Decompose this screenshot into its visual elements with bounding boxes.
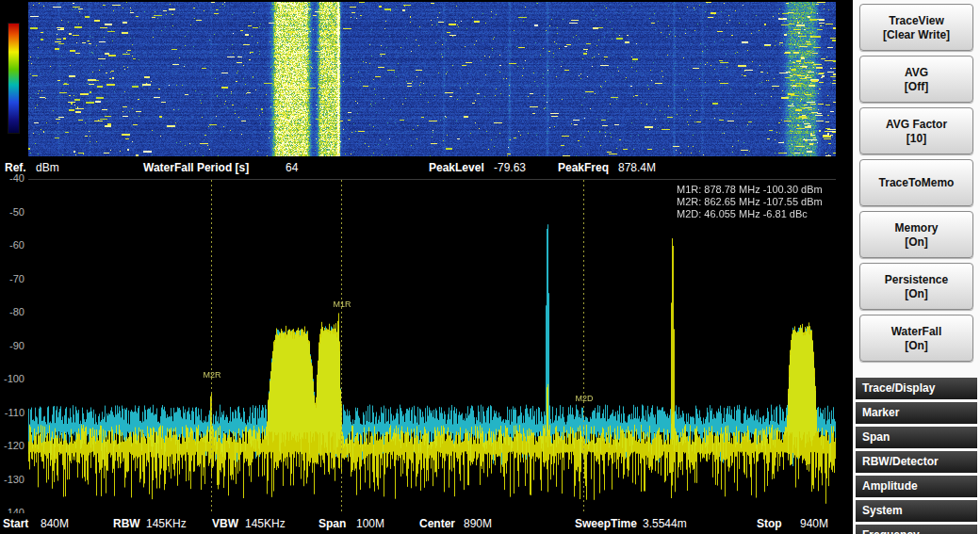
avg-button[interactable]: AVG [Off] xyxy=(859,56,973,103)
button-label: TraceToMemo xyxy=(879,176,955,189)
y-axis-tick: -70 xyxy=(0,273,24,284)
avg-factor-button[interactable]: AVG Factor [10] xyxy=(859,107,973,154)
button-sublabel: [On] xyxy=(905,287,928,300)
y-axis-tick: -100 xyxy=(0,373,24,384)
memory-button[interactable]: Memory [On] xyxy=(859,211,973,258)
peak-freq-value: 878.4M xyxy=(618,161,656,174)
marker-readout-line: M2D: 46.055 MHz -6.81 dBc xyxy=(677,208,823,220)
center-value: 890M xyxy=(464,517,492,530)
button-label: Memory xyxy=(894,221,938,235)
y-axis-tick: -110 xyxy=(0,407,24,418)
button-sublabel: [Clear Write] xyxy=(883,28,950,41)
trace-to-memo-button[interactable]: TraceToMemo xyxy=(859,159,973,206)
marker-readout-line: M1R: 878.78 MHz -100.30 dBm xyxy=(677,184,823,196)
sidebar-menu: TraceView [Clear Write] AVG [Off] AVG Fa… xyxy=(853,0,980,534)
spectrum-display xyxy=(28,179,836,515)
stop-value: 940M xyxy=(800,517,828,530)
y-axis-tick: -120 xyxy=(0,440,24,451)
vbw-label: VBW xyxy=(212,517,238,530)
menu-marker[interactable]: Marker xyxy=(856,402,977,424)
marker-readout: M1R: 878.78 MHz -100.30 dBm M2R: 862.65 … xyxy=(677,184,823,220)
peak-freq-label: PeakFreq xyxy=(558,161,609,174)
button-sublabel: [10] xyxy=(906,132,926,145)
y-axis-tick: -40 xyxy=(0,172,24,184)
menu-rbw-detector[interactable]: RBW/Detector xyxy=(856,451,977,473)
spectrum-analyzer-app: Ref. dBm WaterFall Period [s] 64 PeakLev… xyxy=(0,0,980,534)
stop-label: Stop xyxy=(757,517,782,530)
waterfall-period-label: WaterFall Period [s] xyxy=(143,161,249,174)
status-bar-bottom: Start 840M RBW 145KHz VBW 145KHz Span 10… xyxy=(0,513,836,534)
y-axis-tick: -80 xyxy=(0,306,24,317)
waterfall-period-value: 64 xyxy=(286,161,298,174)
sweeptime-label: SweepTime xyxy=(575,517,637,530)
button-label: AVG xyxy=(905,66,928,79)
menu-amplitude[interactable]: Amplitude xyxy=(856,476,977,497)
rbw-label: RBW xyxy=(113,517,140,530)
menu-frequency-partial[interactable]: Frequency xyxy=(856,525,977,534)
waterfall-color-scale xyxy=(8,23,20,134)
center-label: Center xyxy=(419,517,455,530)
y-axis-tick: -90 xyxy=(0,340,24,351)
y-axis-tick: -50 xyxy=(0,206,24,218)
button-sublabel: [Off] xyxy=(905,80,928,93)
traceview-button[interactable]: TraceView [Clear Write] xyxy=(859,4,973,51)
vbw-value: 145KHz xyxy=(245,517,286,530)
ref-unit: dBm xyxy=(36,161,59,174)
span-value: 100M xyxy=(356,517,384,530)
start-label: Start xyxy=(3,517,28,530)
start-value: 840M xyxy=(41,517,69,530)
button-sublabel: [On] xyxy=(905,235,928,249)
rbw-value: 145KHz xyxy=(146,517,187,530)
persistence-button[interactable]: Persistence [On] xyxy=(859,263,973,310)
sweeptime-value: 3.5544m xyxy=(643,517,687,530)
y-axis-tick: -60 xyxy=(0,239,24,251)
button-label: Persistence xyxy=(885,273,948,286)
menu-trace-display[interactable]: Trace/Display xyxy=(856,378,977,399)
menu-span[interactable]: Span xyxy=(856,427,977,448)
y-axis-tick: -130 xyxy=(0,474,24,485)
menu-system[interactable]: System xyxy=(856,500,977,522)
button-label: AVG Factor xyxy=(886,118,947,131)
peak-level-label: PeakLevel xyxy=(429,161,484,174)
marker-readout-line: M2R: 862.65 MHz -107.55 dBm xyxy=(677,196,823,208)
display-area: Ref. dBm WaterFall Period [s] 64 PeakLev… xyxy=(0,0,853,534)
span-label: Span xyxy=(318,517,346,530)
status-bar-top: Ref. dBm WaterFall Period [s] 64 PeakLev… xyxy=(0,157,836,178)
menu-list: Trace/Display Marker Span RBW/Detector A… xyxy=(853,362,980,534)
button-label: TraceView xyxy=(889,14,944,27)
waterfall-display xyxy=(28,2,836,156)
button-label: WaterFall xyxy=(891,325,942,338)
peak-level-value: -79.63 xyxy=(494,161,526,174)
button-sublabel: [On] xyxy=(905,339,928,352)
waterfall-button[interactable]: WaterFall [On] xyxy=(859,315,973,362)
